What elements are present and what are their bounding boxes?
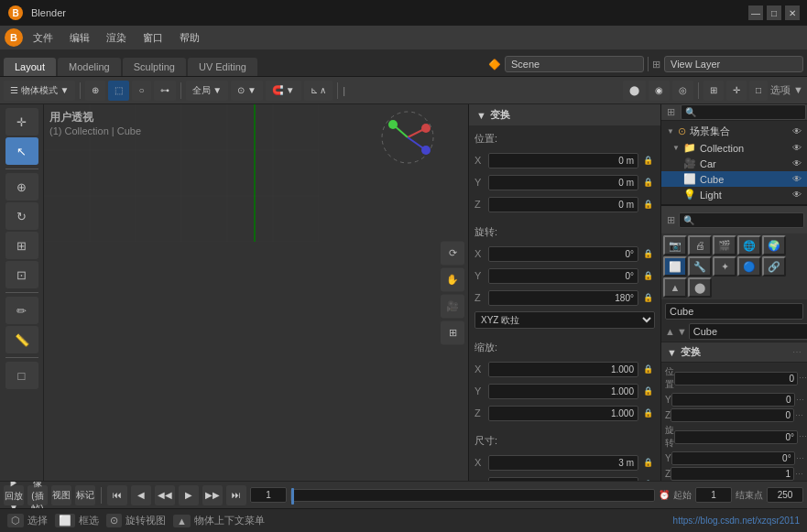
pos-z-input[interactable] [488,197,638,212]
global-btn[interactable]: 全局 ▼ [186,81,229,101]
tab-layout[interactable]: Layout [4,58,56,76]
mode-select-btn[interactable]: ☰ 物体模式 ▼ [4,81,75,101]
dim-x-input[interactable] [488,455,638,471]
prev-frame-btn[interactable]: ◀ [131,485,151,505]
scrubber[interactable] [290,489,655,502]
marker-btn[interactable]: 标记 [75,485,95,505]
grab-btn[interactable]: ⊕ [5,173,38,201]
select-box-tool[interactable]: ⬚ [108,81,129,101]
outliner-collection[interactable]: ▼ 📁 Collection 👁 [661,140,807,156]
prop-pos-y-input[interactable] [671,393,795,407]
light-eye[interactable]: 👁 [792,190,802,200]
context-key[interactable]: ▲ [173,515,191,527]
maximize-button[interactable]: □ [767,5,781,20]
prop-pos-z-input[interactable] [671,408,794,422]
proportional-btn[interactable]: ⊾ ∧ [304,81,333,101]
measure-btn[interactable]: 📏 [5,326,38,353]
outliner-search[interactable] [681,104,806,120]
props-tab-view[interactable]: 🎬 [713,235,736,255]
object-name-input[interactable] [665,303,803,320]
end-frame-input[interactable] [767,487,803,503]
jump-end-btn[interactable]: ⏭ [226,485,246,505]
props-tab-object[interactable]: ⬜ [663,256,687,277]
add-cube-btn[interactable]: □ [5,362,38,389]
rotate-key[interactable]: ⊙ [106,514,122,527]
props-tab-scene[interactable]: 🌐 [737,235,761,255]
current-frame-input[interactable] [250,487,287,503]
pos-y-lock[interactable]: 🔒 [640,175,655,190]
scale-z-input[interactable] [488,406,638,421]
next-frame-btn[interactable]: ▶▶ [202,485,223,505]
menu-edit[interactable]: 编辑 [62,29,97,47]
props-search[interactable] [679,212,804,228]
scale-btn[interactable]: ⊞ [5,232,38,259]
viewport[interactable]: 用户透视 (1) Collection | Cube ⟳ ✋ 🎥 ⊞ [44,104,468,481]
box-select-key[interactable]: ⬜ [55,514,75,527]
props-tab-modifier[interactable]: 🔧 [688,256,712,277]
snap-btn[interactable]: 🧲 ▼ [266,81,301,101]
view-btn[interactable]: 视图 [51,485,71,505]
tab-uv-editing[interactable]: UV Editing [188,58,257,76]
prop-pos-x[interactable] [674,372,798,385]
props-tab-physics[interactable]: 🔵 [737,256,761,277]
scale-x-input[interactable] [488,362,638,377]
collection-eye[interactable]: 👁 [792,143,802,153]
prop-rot-x-input[interactable] [674,430,798,444]
minimize-button[interactable]: — [748,5,763,20]
select-lasso-tool[interactable]: ⊶ [154,81,176,101]
overlay-btn[interactable]: ⊞ [703,81,724,101]
mesh-name-input[interactable] [689,323,807,340]
props-tab-data[interactable]: ▲ [663,277,687,298]
viewport-shading-render[interactable]: ◎ [672,81,693,101]
dim-x-lock[interactable]: 🔒 [640,455,655,470]
tab-modeling[interactable]: Modeling [58,58,121,76]
viewport-shading-mat[interactable]: ◉ [649,81,670,101]
car-eye[interactable]: 👁 [792,158,802,168]
play-btn[interactable]: ▶ [179,485,199,505]
tab-sculpting[interactable]: Sculpting [123,58,186,76]
cursor-btn[interactable]: ✛ [5,108,38,136]
scale-y-input[interactable] [488,384,638,399]
play-reverse-btn[interactable]: ◀◀ [155,485,175,505]
scale-y-lock[interactable]: 🔒 [640,384,655,398]
props-tab-render[interactable]: 📷 [663,235,687,255]
gizmo-btn[interactable]: ✛ [726,81,747,101]
rot-x-lock[interactable]: 🔒 [640,246,655,261]
menu-help[interactable]: 帮助 [172,29,207,47]
props-tab-output[interactable]: 🖨 [688,235,712,255]
jump-start-btn[interactable]: ⏮ [107,485,127,505]
menu-window[interactable]: 窗口 [136,29,170,47]
select-key[interactable]: ⬡ [7,514,24,527]
scale-x-lock[interactable]: 🔒 [640,362,655,376]
pivot-btn[interactable]: ⊙ ▼ [231,81,263,101]
scene-eye-icon[interactable]: 👁 [792,126,802,136]
cube-eye[interactable]: 👁 [792,174,802,184]
viewport-shading-solid[interactable]: ⬤ [623,81,646,101]
props-tab-material[interactable]: ⬤ [688,277,712,298]
xray-btn[interactable]: □ [749,81,768,101]
props-tab-particles[interactable]: ✦ [713,256,736,277]
cursor-tool[interactable]: ⊕ [85,81,105,101]
pos-x-lock[interactable]: 🔒 [640,153,655,168]
outliner-car[interactable]: 🎥 Car 👁 [661,156,807,171]
playback-mode-btn[interactable]: ▶ 回放 ▼ [4,485,24,505]
transform-btn[interactable]: ⊡ [5,261,38,288]
prop-rot-z-input[interactable] [671,467,794,481]
view-camera-btn[interactable]: ⊞ [441,320,464,344]
pos-z-lock[interactable]: 🔒 [640,197,655,212]
transform-section-header[interactable]: ▼ 变换 [469,104,660,125]
outliner-cube[interactable]: ⬜ Cube 👁 [661,171,807,187]
props-tab-constraints[interactable]: 🔗 [762,256,786,277]
transform-subsection-header[interactable]: ▼ 变换 ⋯ [661,342,807,363]
props-tab-world[interactable]: 🌍 [762,235,786,255]
select-btn[interactable]: ↖ [5,137,38,165]
pos-y-input[interactable] [488,175,638,190]
outliner-light[interactable]: 💡 Light 👁 [661,187,807,202]
select-circle-tool[interactable]: ○ [132,81,150,101]
euler-select[interactable]: XYZ 欧拉 [474,311,655,329]
view-pan-btn[interactable]: ✋ [441,267,464,291]
scale-z-lock[interactable]: 🔒 [640,406,655,420]
start-frame-input[interactable] [695,487,732,503]
close-button[interactable]: ✕ [785,5,800,20]
rotate-btn[interactable]: ↻ [5,202,38,230]
